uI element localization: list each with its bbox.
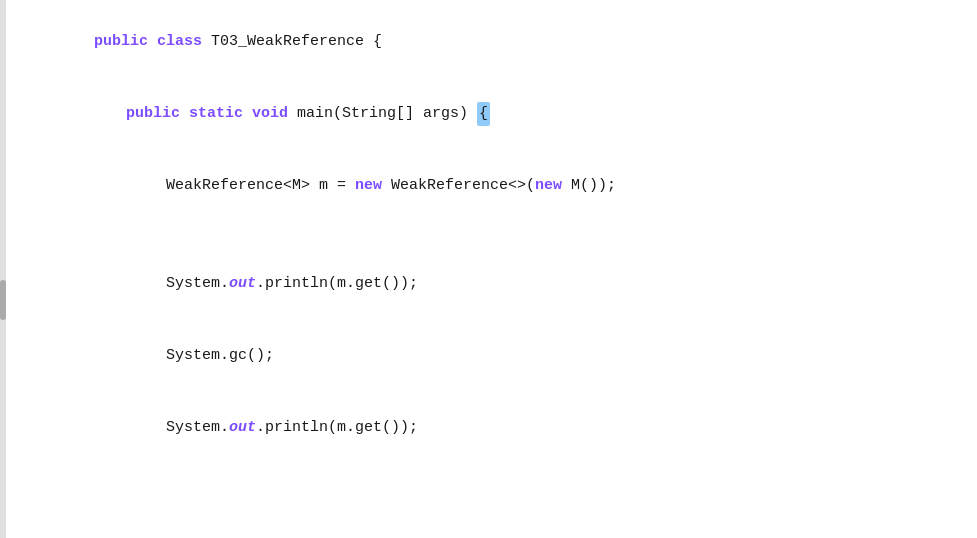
keyword-static: static — [189, 105, 252, 122]
code-text: System. — [166, 275, 229, 292]
code-line: public class T03_WeakReference { — [14, 6, 977, 78]
highlight-brace: { — [477, 102, 490, 126]
code-line: System.out.println(m.get()); — [14, 392, 977, 464]
keyword-public: public — [94, 33, 157, 50]
code-out: out — [229, 419, 256, 436]
code-text: System. — [166, 419, 229, 436]
keyword-class: class — [157, 33, 211, 50]
code-editor: public class T03_WeakReference { public … — [0, 0, 977, 538]
code-text: WeakReference<M> m = — [166, 177, 355, 194]
code-text: .println(m.get()); — [256, 275, 418, 292]
code-text: M()); — [571, 177, 616, 194]
code-text: .println(m.get()); — [256, 419, 418, 436]
keyword-new: new — [355, 177, 391, 194]
code-out: out — [229, 275, 256, 292]
code-line — [14, 490, 977, 516]
keyword-new: new — [535, 177, 571, 194]
code-line: WeakReference<M> m = new WeakReference<>… — [14, 150, 977, 222]
keyword-public: public — [126, 105, 189, 122]
code-line — [14, 222, 977, 248]
code-line: public static void main(String[] args) { — [14, 78, 977, 150]
keyword-void: void — [252, 105, 297, 122]
code-line — [14, 464, 977, 490]
code-line: ThreadLocal<M> tl = new ThreadLocal<>(); — [14, 516, 977, 538]
code-text: main(String[] args) { — [297, 105, 490, 122]
code-text: WeakReference<>( — [391, 177, 535, 194]
code-line: System.gc(); — [14, 320, 977, 392]
code-text: T03_WeakReference { — [211, 33, 382, 50]
code-content: public class T03_WeakReference { public … — [0, 0, 977, 538]
code-text: System.gc(); — [166, 347, 274, 364]
code-line: System.out.println(m.get()); — [14, 248, 977, 320]
